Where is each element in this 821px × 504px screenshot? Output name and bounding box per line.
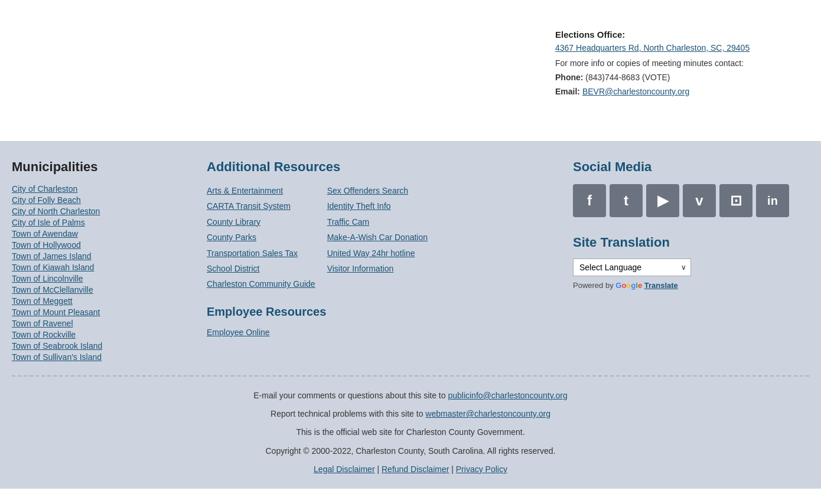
social-icons-container: ft▶v⊡in	[573, 184, 809, 217]
elections-address-link[interactable]: 4367 Headquarters Rd, North Charleston, …	[555, 43, 803, 53]
municipality-link[interactable]: Town of Ravenel	[12, 319, 73, 328]
elections-email-link[interactable]: BEVR@charlestoncounty.org	[582, 87, 689, 96]
footer-copyright: Copyright © 2000-2022, Charleston County…	[24, 444, 797, 459]
municipalities-column: Municipalities City of CharlestonCity of…	[12, 159, 189, 364]
social-media-heading: Social Media	[573, 159, 809, 175]
language-select-wrapper[interactable]: Select Language	[573, 258, 691, 276]
separator1: |	[377, 464, 382, 474]
municipality-link[interactable]: City of Isle of Palms	[12, 218, 85, 227]
municipality-link[interactable]: City of Folly Beach	[12, 195, 81, 205]
resources-grid: Arts & EntertainmentCARTA Transit System…	[207, 184, 555, 291]
footer-webmaster-email[interactable]: webmaster@charlestoncounty.org	[425, 409, 550, 418]
google-logo: Google	[615, 281, 644, 290]
resource-link[interactable]: Transportation Sales Tax	[207, 247, 315, 260]
list-item: Town of James Island	[12, 251, 189, 261]
footer-official-text: This is the official web site for Charle…	[24, 425, 797, 440]
resource-link[interactable]: Sex Offenders Search	[327, 184, 428, 197]
resource-link[interactable]: Traffic Cam	[327, 215, 428, 228]
additional-resources-heading: Additional Resources	[207, 159, 555, 175]
google-e: e	[638, 281, 642, 290]
legal-links: Legal Disclaimer | Refund Disclaimer | P…	[24, 462, 797, 477]
social-media-column: Social Media ft▶v⊡in Site Translation Se…	[555, 159, 809, 364]
language-select[interactable]: Select Language	[573, 258, 691, 276]
legal-disclaimer-link[interactable]: Legal Disclaimer	[314, 464, 374, 474]
municipality-link[interactable]: City of North Charleston	[12, 207, 100, 216]
email-label: Email:	[555, 87, 580, 96]
elections-title: Elections Office:	[555, 30, 803, 40]
list-item: Town of Seabrook Island	[12, 341, 189, 351]
employee-resources-heading: Employee Resources	[207, 305, 555, 319]
resource-link[interactable]: Arts & Entertainment	[207, 184, 315, 197]
list-item: Town of McClellanville	[12, 285, 189, 294]
elections-title-text: Elections Office:	[555, 30, 625, 40]
list-item: Town of Ravenel	[12, 319, 189, 328]
resource-link[interactable]: School District	[207, 262, 315, 275]
list-item: Town of Awendaw	[12, 229, 189, 238]
twitter-icon[interactable]: t	[610, 184, 643, 217]
vimeo-icon[interactable]: v	[683, 184, 716, 217]
municipalities-list: City of CharlestonCity of Folly BeachCit…	[12, 184, 189, 362]
site-translation-heading: Site Translation	[573, 235, 809, 250]
list-item: City of Folly Beach	[12, 195, 189, 205]
powered-by-text: Powered by	[573, 281, 614, 290]
municipality-link[interactable]: Town of Sullivan's Island	[12, 352, 102, 362]
list-item: City of North Charleston	[12, 207, 189, 216]
phone-label: Phone:	[555, 73, 583, 82]
employee-link[interactable]: Employee Online	[207, 328, 270, 337]
resource-link[interactable]: Identity Theft Info	[327, 199, 428, 212]
resource-link[interactable]: CARTA Transit System	[207, 199, 315, 212]
municipality-link[interactable]: Town of Mount Pleasant	[12, 307, 100, 317]
linkedin-icon[interactable]: in	[756, 184, 789, 217]
list-item: Town of Rockville	[12, 330, 189, 339]
youtube-icon[interactable]: ▶	[646, 184, 679, 217]
municipality-link[interactable]: Town of Seabrook Island	[12, 341, 102, 351]
list-item: Town of Meggett	[12, 296, 189, 306]
municipality-link[interactable]: Town of McClellanville	[12, 285, 93, 294]
elections-email: Email: BEVR@charlestoncounty.org	[555, 87, 803, 96]
footer-bottom: E-mail your comments or questions about …	[12, 375, 809, 489]
resource-link[interactable]: County Parks	[207, 231, 315, 244]
municipality-link[interactable]: Town of Lincolnville	[12, 274, 83, 283]
municipality-link[interactable]: City of Charleston	[12, 184, 77, 194]
elections-phone: Phone: (843)744-8683 (VOTE)	[555, 73, 803, 82]
translate-link[interactable]: Translate	[644, 281, 678, 290]
list-item: City of Charleston	[12, 184, 189, 194]
refund-disclaimer-link[interactable]: Refund Disclaimer	[382, 464, 449, 474]
resource-link[interactable]: United Way 24hr hotline	[327, 247, 428, 260]
resource-link[interactable]: County Library	[207, 215, 315, 228]
resources-left: Arts & EntertainmentCARTA Transit System…	[207, 184, 315, 291]
resource-link[interactable]: Charleston Community Guide	[207, 277, 315, 290]
footer-columns: Municipalities City of CharlestonCity of…	[12, 159, 809, 375]
municipality-link[interactable]: Town of James Island	[12, 251, 92, 261]
resource-link[interactable]: Visitor Information	[327, 262, 428, 275]
google-g: G	[615, 281, 621, 290]
list-item: Town of Mount Pleasant	[12, 307, 189, 317]
list-item: Town of Hollywood	[12, 240, 189, 250]
footer-line2-text: Report technical problems with this site…	[271, 409, 423, 418]
municipalities-heading: Municipalities	[12, 159, 189, 175]
elections-info: Elections Office: 4367 Headquarters Rd, …	[555, 30, 803, 101]
municipality-link[interactable]: Town of Hollywood	[12, 240, 81, 250]
municipality-link[interactable]: Town of Rockville	[12, 330, 76, 339]
list-item: Town of Sullivan's Island	[12, 352, 189, 362]
municipality-link[interactable]: Town of Kiawah Island	[12, 263, 94, 272]
additional-resources-column: Additional Resources Arts & Entertainmen…	[189, 159, 555, 364]
powered-by: Powered by Google Translate	[573, 281, 809, 290]
facebook-icon[interactable]: f	[573, 184, 606, 217]
municipality-link[interactable]: Town of Awendaw	[12, 229, 78, 238]
separator2: |	[451, 464, 456, 474]
footer-public-email[interactable]: publicinfo@charlestoncounty.org	[448, 391, 567, 400]
resources-right: Sex Offenders SearchIdentity Theft InfoT…	[327, 184, 428, 291]
resource-link[interactable]: Make-A-Wish Car Donation	[327, 231, 428, 244]
list-item: Town of Lincolnville	[12, 274, 189, 283]
instagram-icon[interactable]: ⊡	[719, 184, 752, 217]
municipality-link[interactable]: Town of Meggett	[12, 296, 73, 306]
phone-value: (843)744-8683 (VOTE)	[585, 73, 670, 82]
privacy-policy-link[interactable]: Privacy Policy	[456, 464, 507, 474]
employee-resources-links: Employee Online	[207, 326, 555, 339]
footer-line1-text: E-mail your comments or questions about …	[253, 391, 445, 400]
footer-section: Municipalities City of CharlestonCity of…	[0, 142, 821, 489]
list-item: City of Isle of Palms	[12, 218, 189, 227]
elections-more-info: For more info or copies of meeting minut…	[555, 58, 803, 68]
footer-email-line1: E-mail your comments or questions about …	[24, 388, 797, 403]
